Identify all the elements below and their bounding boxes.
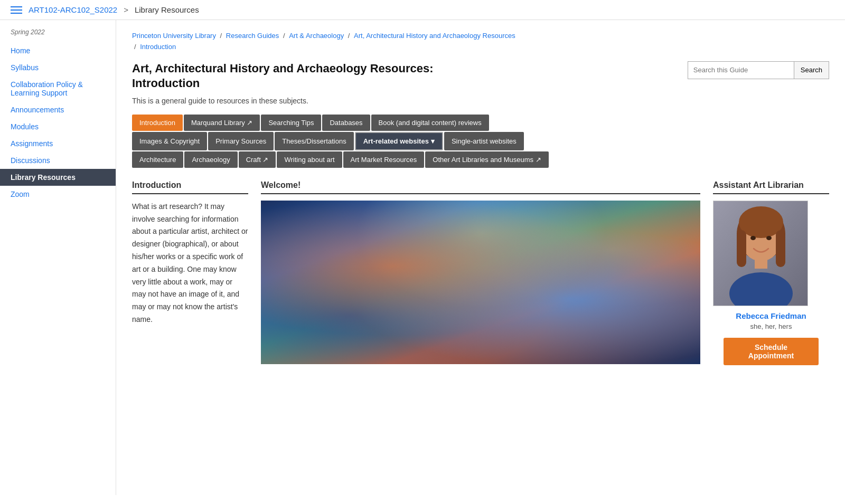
svg-point-7 (750, 236, 756, 240)
welcome-column: Welcome! (261, 180, 700, 365)
tab-introduction[interactable]: Introduction (132, 115, 183, 131)
breadcrumb: Princeton University Library / Research … (132, 31, 829, 53)
breadcrumb-art-arch-resources[interactable]: Art, Architectural History and Archaeolo… (354, 32, 515, 40)
tab-marquand-library[interactable]: Marquand Library ↗ (184, 115, 260, 131)
tab-row-1: Introduction Marquand Library ↗ Searchin… (132, 115, 829, 131)
tab-single-artist-websites[interactable]: Single-artist websites (444, 132, 524, 150)
intro-section-title: Introduction (132, 180, 248, 194)
tab-databases[interactable]: Databases (322, 115, 370, 131)
breadcrumb-art-archaeology[interactable]: Art & Archaeology (289, 32, 344, 40)
main-content: Princeton University Library / Research … (116, 20, 845, 495)
assistant-section-title: Assistant Art Librarian (713, 180, 829, 194)
sidebar-item-modules[interactable]: Modules (0, 118, 116, 135)
assistant-name[interactable]: Rebecca Friedman (713, 311, 829, 320)
welcome-section-title: Welcome! (261, 180, 700, 194)
sidebar-item-zoom[interactable]: Zoom (0, 186, 116, 203)
search-box: Search (688, 61, 829, 79)
hamburger-menu[interactable] (11, 6, 22, 14)
sidebar-item-library-resources[interactable]: Library Resources (0, 169, 116, 186)
welcome-image-inner (261, 201, 700, 364)
tab-book-reviews[interactable]: Book (and digital content) reviews (371, 115, 489, 131)
svg-point-8 (766, 236, 772, 240)
introduction-column: Introduction What is art research? It ma… (132, 180, 248, 365)
svg-rect-6 (776, 230, 785, 267)
assistant-photo (713, 201, 808, 306)
tab-art-related-websites[interactable]: Art-related websites ▾ (355, 132, 443, 150)
sidebar-item-announcements[interactable]: Announcements (0, 101, 116, 118)
sidebar-item-home[interactable]: Home (0, 42, 116, 59)
tab-images-copyright[interactable]: Images & Copyright (132, 132, 207, 150)
tab-architecture[interactable]: Architecture (132, 151, 183, 168)
nav-separator: > (124, 5, 128, 14)
tab-row-3: Architecture Archaeology Craft ↗ Writing… (132, 151, 829, 168)
breadcrumb-introduction[interactable]: Introduction (140, 43, 176, 51)
search-input[interactable] (688, 62, 794, 79)
tab-craft[interactable]: Craft ↗ (239, 151, 276, 168)
tab-archaeology[interactable]: Archaeology (184, 151, 237, 168)
tab-other-art-libraries[interactable]: Other Art Libraries and Museums ↗ (425, 151, 548, 168)
search-button[interactable]: Search (794, 62, 829, 79)
schedule-appointment-button[interactable]: Schedule Appointment (724, 338, 819, 365)
course-link[interactable]: ART102-ARC102_S2022 (29, 5, 117, 14)
content-area: Introduction What is art research? It ma… (132, 180, 829, 365)
sidebar-item-assignments[interactable]: Assignments (0, 135, 116, 152)
page-layout: Spring 2022 Home Syllabus Collaboration … (0, 20, 845, 495)
breadcrumb-research-guides[interactable]: Research Guides (226, 32, 279, 40)
assistant-pronouns: she, her, hers (713, 322, 829, 330)
tab-row-2: Images & Copyright Primary Sources These… (132, 132, 829, 150)
sidebar-item-syllabus[interactable]: Syllabus (0, 59, 116, 76)
intro-body: What is art research? It may involve sea… (132, 201, 248, 326)
svg-rect-10 (755, 258, 767, 269)
tab-writing-about-art[interactable]: Writing about art (277, 151, 342, 168)
tab-theses-dissertations[interactable]: Theses/Dissertations (275, 132, 353, 150)
assistant-column: Assistant Art Librarian (713, 180, 829, 365)
page-title-row: Art, Architectural History and Archaeolo… (132, 61, 829, 91)
tab-searching-tips[interactable]: Searching Tips (261, 115, 321, 131)
svg-rect-5 (737, 230, 746, 267)
top-navigation: ART102-ARC102_S2022 > Library Resources (0, 0, 845, 20)
nav-current-page: Library Resources (135, 5, 199, 14)
sidebar-semester: Spring 2022 (0, 28, 116, 42)
welcome-image (261, 201, 700, 364)
tab-primary-sources[interactable]: Primary Sources (208, 132, 274, 150)
sidebar-item-collaboration[interactable]: Collaboration Policy & Learning Support (0, 76, 116, 101)
breadcrumb-princeton[interactable]: Princeton University Library (132, 32, 216, 40)
sidebar-item-discussions[interactable]: Discussions (0, 152, 116, 169)
page-title: Art, Architectural History and Archaeolo… (132, 61, 470, 91)
tab-art-market-resources[interactable]: Art Market Resources (343, 151, 425, 168)
page-subtitle: This is a general guide to resources in … (132, 97, 829, 105)
sidebar: Spring 2022 Home Syllabus Collaboration … (0, 20, 116, 495)
assistant-avatar-svg (713, 201, 808, 306)
